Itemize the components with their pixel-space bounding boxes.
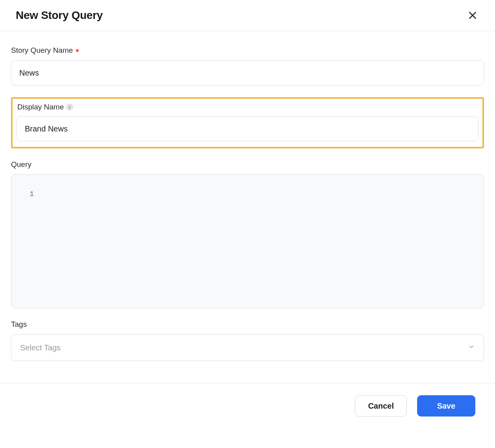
display-name-input[interactable]: [17, 116, 478, 141]
cancel-button[interactable]: Cancel: [355, 395, 407, 417]
close-button[interactable]: [466, 9, 479, 22]
label-text: Tags: [11, 320, 27, 329]
query-label: Query: [11, 160, 484, 169]
required-indicator-icon: [76, 49, 79, 52]
save-button[interactable]: Save: [417, 395, 475, 417]
tags-label: Tags: [11, 320, 484, 329]
label-text: Story Query Name: [11, 46, 73, 55]
query-editor[interactable]: 1: [11, 174, 484, 308]
chevron-down-icon: [468, 343, 475, 352]
tags-field: Tags Select Tags: [11, 320, 484, 361]
tags-placeholder: Select Tags: [20, 343, 61, 352]
display-name-label: Display Name i: [17, 103, 478, 111]
story-query-name-label: Story Query Name: [11, 46, 484, 55]
label-text: Query: [11, 160, 31, 169]
query-field: Query 1: [11, 160, 484, 308]
page-title: New Story Query: [16, 9, 103, 22]
tags-select[interactable]: Select Tags: [11, 334, 484, 361]
story-query-name-input[interactable]: [11, 60, 484, 85]
line-number: 1: [30, 190, 34, 198]
label-text: Display Name: [17, 103, 64, 111]
form-content: Story Query Name Display Name i Query 1 …: [0, 31, 495, 361]
modal-header: New Story Query: [0, 0, 495, 31]
info-icon[interactable]: i: [66, 104, 73, 111]
display-name-highlight: Display Name i: [11, 97, 484, 148]
modal-footer: Cancel Save: [0, 383, 495, 417]
close-icon: [467, 10, 478, 20]
story-query-name-field: Story Query Name: [11, 46, 484, 85]
